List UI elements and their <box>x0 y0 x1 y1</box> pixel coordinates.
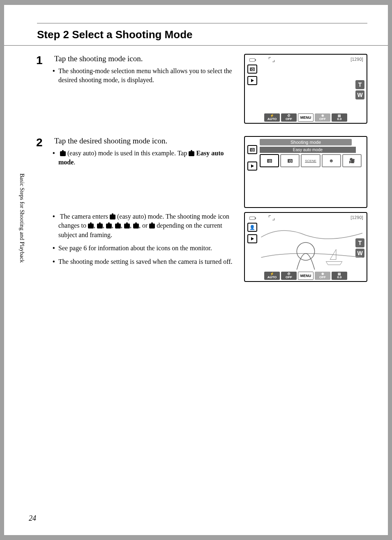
scene-variant-icon <box>133 224 139 228</box>
step-1-number: 1 <box>36 54 43 67</box>
play-icon <box>251 164 254 168</box>
shooting-mode-button[interactable] <box>247 65 257 74</box>
shots-remaining: [1290] <box>350 57 363 62</box>
menu-button[interactable]: MENU <box>298 113 314 122</box>
shooting-mode-button[interactable] <box>247 145 257 154</box>
step-2-bullet-1: (easy auto) mode is used in this example… <box>58 149 236 167</box>
self-timer-button[interactable]: ⏱OFF <box>281 113 297 122</box>
easy-auto-icon <box>267 159 272 163</box>
section-side-tab: Basic Steps for Shooting and Playback <box>18 173 25 263</box>
flash-button[interactable]: ⚡AUTO <box>264 272 280 280</box>
step-1-heading: Tap the shooting mode icon. <box>54 54 236 64</box>
easy-auto-camera-icon <box>110 215 115 219</box>
smart-portrait-icon: ☻ <box>329 158 334 164</box>
step-2: 2 Tap the desired shooting mode icon. (e… <box>37 136 367 208</box>
af-area-icon <box>269 215 274 220</box>
battery-icon <box>249 58 255 62</box>
movie-icon: 🎥 <box>349 158 355 164</box>
shooting-mode-button[interactable]: 👤 <box>247 223 257 232</box>
camera-screen-2: Shooting mode Easy auto mode SCENE ☻ 🎥 <box>244 136 367 208</box>
step-2-cont: The camera enters (easy auto) mode. The … <box>37 212 367 282</box>
play-icon <box>251 237 254 240</box>
step-1-bullet-1: The shooting-mode selection menu which a… <box>58 67 236 85</box>
self-timer-button[interactable]: ⏱OFF <box>281 272 297 280</box>
zoom-in-button[interactable]: T <box>355 80 364 89</box>
camera-screen-1: [1290] T W ⚡AUTO ⏱OFF MENU ❀OFF ▤0.0 <box>244 54 367 124</box>
scene-variant-icon <box>88 224 94 228</box>
header-rule <box>37 5 367 23</box>
mode-option-easy-auto[interactable] <box>260 154 279 167</box>
page-title: Step 2 Select a Shooting Mode <box>37 28 388 41</box>
shooting-mode-sub-label: Easy auto mode <box>260 147 356 153</box>
mode-option-movie[interactable]: 🎥 <box>342 154 362 167</box>
macro-button[interactable]: ❀OFF <box>315 272 330 280</box>
mode-option-scene[interactable]: SCENE <box>301 154 320 167</box>
bottom-toolbar: ⚡AUTO ⏱OFF MENU ❀OFF ▤0.0 <box>245 271 367 281</box>
menu-button[interactable]: MENU <box>298 272 314 280</box>
step-2-number: 2 <box>36 136 43 149</box>
exposure-comp-button[interactable]: ▤0.0 <box>332 113 347 122</box>
shooting-mode-options: SCENE ☻ 🎥 <box>260 154 362 167</box>
step-2-heading: Tap the desired shooting mode icon. <box>54 136 236 146</box>
scene-variant-icon <box>97 224 103 228</box>
camera-screen-3: [1290] 👤 T W ⚡AUTO ⏱OFF <box>244 212 367 282</box>
flash-button[interactable]: ⚡AUTO <box>264 113 280 122</box>
auto-icon <box>288 159 293 163</box>
play-icon <box>251 79 254 82</box>
zoom-control[interactable]: T W <box>355 80 364 101</box>
scene-variant-icon <box>115 224 121 228</box>
playback-mode-button[interactable] <box>247 76 257 85</box>
bottom-toolbar: ⚡AUTO ⏱OFF MENU ❀OFF ▤0.0 <box>245 113 367 123</box>
zoom-out-button[interactable]: W <box>355 249 364 258</box>
svg-point-0 <box>297 242 314 260</box>
zoom-in-button[interactable]: T <box>355 238 364 247</box>
title-bar: Step 2 Select a Shooting Mode <box>4 23 388 46</box>
step-2-bullet-3: See page 6 for information about the ico… <box>58 244 236 253</box>
macro-button[interactable]: ❀OFF <box>315 113 330 122</box>
mode-option-smart-portrait[interactable]: ☻ <box>322 154 341 167</box>
scene-variant-icon <box>124 224 130 228</box>
playback-mode-button[interactable] <box>247 234 257 243</box>
page-number: 24 <box>29 514 36 523</box>
camera-icon <box>250 67 255 71</box>
scene-icon: SCENE <box>305 159 316 163</box>
shots-remaining: [1290] <box>350 215 363 220</box>
af-area-icon <box>269 57 274 62</box>
manual-page: Step 2 Select a Shooting Mode 1 Tap the … <box>4 5 388 535</box>
step-2-bullet-4: The shooting mode setting is saved when … <box>58 257 236 266</box>
step-2-bullet-2: The camera enters (easy auto) mode. The … <box>58 212 236 240</box>
battery-icon <box>249 217 255 220</box>
camera-icon <box>250 148 255 152</box>
playback-mode-button[interactable] <box>247 162 257 171</box>
scene-variant-icon <box>106 224 112 228</box>
easy-auto-camera-icon <box>60 151 66 156</box>
scene-variant-icon <box>149 224 155 228</box>
zoom-out-button[interactable]: W <box>355 90 364 99</box>
shooting-mode-header: Shooting mode <box>260 139 352 145</box>
step-1: 1 Tap the shooting mode icon. The shooti… <box>37 54 367 124</box>
zoom-control[interactable]: T W <box>355 238 364 259</box>
portrait-scene-icon: 👤 <box>249 225 255 230</box>
easy-auto-camera-icon <box>189 151 194 156</box>
mode-option-auto[interactable] <box>280 154 300 167</box>
exposure-comp-button[interactable]: ▤0.0 <box>332 272 347 280</box>
